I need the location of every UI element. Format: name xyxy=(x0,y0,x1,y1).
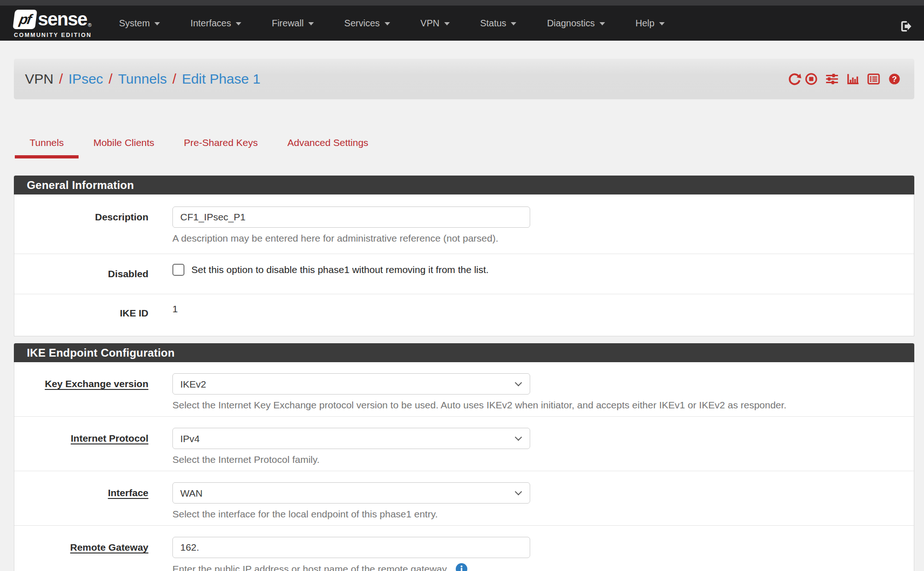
form-row-interface: Interface WAN Select the interface for t… xyxy=(14,471,914,525)
breadcrumb: VPN / IPsec / Tunnels / Edit Phase 1 xyxy=(25,71,261,87)
form-row-disabled: Disabled Set this option to disable this… xyxy=(14,254,914,294)
tab-pre-shared-keys[interactable]: Pre-Shared Keys xyxy=(169,134,273,158)
form-row-key-exchange-version: Key Exchange version IKEv2 Select the In… xyxy=(14,362,914,416)
breadcrumb-link-tunnels[interactable]: Tunnels xyxy=(118,71,167,87)
tab-bar: Tunnels Mobile Clients Pre-Shared Keys A… xyxy=(15,134,924,158)
remote-gateway-help-text: Enter the public IP address or host name… xyxy=(172,563,449,571)
bar-chart-icon[interactable] xyxy=(846,72,860,86)
panel-general-information: General Information Description A descri… xyxy=(14,176,914,336)
internet-protocol-label: Internet Protocol xyxy=(14,428,148,466)
page-header: VPN / IPsec / Tunnels / Edit Phase 1 xyxy=(14,59,914,99)
breadcrumb-separator: / xyxy=(109,71,112,87)
svg-text:?: ? xyxy=(892,74,897,84)
interface-select[interactable]: WAN xyxy=(172,482,530,504)
chevron-down-icon xyxy=(385,22,390,25)
breadcrumb-vpn: VPN xyxy=(25,71,54,87)
interface-label: Interface xyxy=(14,482,148,520)
breadcrumb-separator: / xyxy=(172,71,176,87)
internet-protocol-help-text: Select the Internet Protocol family. xyxy=(172,454,914,466)
internet-protocol-select[interactable]: IPv4 xyxy=(172,428,530,449)
menu-item-interfaces[interactable]: Interfaces xyxy=(175,18,257,29)
sign-out-icon[interactable] xyxy=(898,19,914,33)
menu-item-vpn[interactable]: VPN xyxy=(405,18,465,29)
panel-ike-endpoint-configuration: IKE Endpoint Configuration Key Exchange … xyxy=(14,343,914,571)
description-label: Description xyxy=(14,207,148,244)
form-row-description: Description A description may be entered… xyxy=(14,194,914,254)
key-exchange-version-label: Key Exchange version xyxy=(14,373,148,411)
pfsense-logo[interactable]: pf sense ® COMMUNITY EDITION xyxy=(14,9,92,38)
navbar-top-strip xyxy=(0,0,924,6)
refresh-icon[interactable] xyxy=(788,72,802,86)
disabled-label: Disabled xyxy=(14,263,148,285)
chevron-down-icon xyxy=(659,22,665,25)
menu-item-system[interactable]: System xyxy=(104,18,175,29)
disabled-checkbox-label: Set this option to disable this phase1 w… xyxy=(191,264,489,275)
chevron-down-icon xyxy=(308,22,314,25)
description-help-text: A description may be entered here for ad… xyxy=(172,232,914,244)
tab-tunnels[interactable]: Tunnels xyxy=(15,134,79,158)
chevron-down-icon xyxy=(600,22,605,25)
chevron-down-icon xyxy=(236,22,241,25)
log-icon[interactable] xyxy=(867,72,881,86)
menu-item-services[interactable]: Services xyxy=(329,18,405,29)
form-row-remote-gateway: Remote Gateway Enter the public IP addre… xyxy=(14,525,914,571)
disabled-checkbox[interactable] xyxy=(172,264,184,276)
community-edition-label: COMMUNITY EDITION xyxy=(14,32,92,38)
ike-id-label: IKE ID xyxy=(14,303,148,324)
tab-mobile-clients[interactable]: Mobile Clients xyxy=(79,134,169,158)
description-input[interactable] xyxy=(172,207,530,228)
menu-item-status[interactable]: Status xyxy=(465,18,532,29)
info-icon[interactable] xyxy=(455,563,468,571)
main-menu: System Interfaces Firewall Services VPN … xyxy=(104,18,679,29)
top-navbar: pf sense ® COMMUNITY EDITION System Inte… xyxy=(0,0,924,41)
chevron-down-icon xyxy=(511,22,516,25)
sliders-icon[interactable] xyxy=(825,72,839,86)
ike-id-value: 1 xyxy=(172,303,914,315)
menu-item-help[interactable]: Help xyxy=(620,18,680,29)
menu-item-diagnostics[interactable]: Diagnostics xyxy=(532,18,620,29)
breadcrumb-link-ipsec[interactable]: IPsec xyxy=(68,71,103,87)
interface-help-text: Select the interface for the local endpo… xyxy=(172,508,914,520)
menu-item-firewall[interactable]: Firewall xyxy=(257,18,329,29)
key-exchange-version-select[interactable]: IKEv2 xyxy=(172,373,530,395)
header-action-icons: ? xyxy=(788,72,901,86)
help-icon[interactable]: ? xyxy=(887,72,901,86)
chevron-down-icon xyxy=(154,22,160,25)
form-row-ike-id: IKE ID 1 xyxy=(14,294,914,336)
remote-gateway-label: Remote Gateway xyxy=(14,537,148,571)
pf-logo-box: pf xyxy=(12,10,37,29)
form-row-internet-protocol: Internet Protocol IPv4 Select the Intern… xyxy=(14,416,914,471)
key-exchange-version-help-text: Select the Internet Key Exchange protoco… xyxy=(172,399,914,411)
panel-title-ike-endpoint-configuration: IKE Endpoint Configuration xyxy=(14,343,914,362)
brand-sense-text: sense xyxy=(38,9,87,30)
breadcrumb-link-edit-phase-1[interactable]: Edit Phase 1 xyxy=(182,71,260,87)
panel-title-general-information: General Information xyxy=(14,176,914,194)
stop-icon[interactable] xyxy=(804,72,818,86)
chevron-down-icon xyxy=(444,22,450,25)
tab-advanced-settings[interactable]: Advanced Settings xyxy=(273,134,383,158)
registered-mark: ® xyxy=(88,22,92,28)
remote-gateway-input[interactable] xyxy=(172,537,530,558)
breadcrumb-separator: / xyxy=(59,71,63,87)
